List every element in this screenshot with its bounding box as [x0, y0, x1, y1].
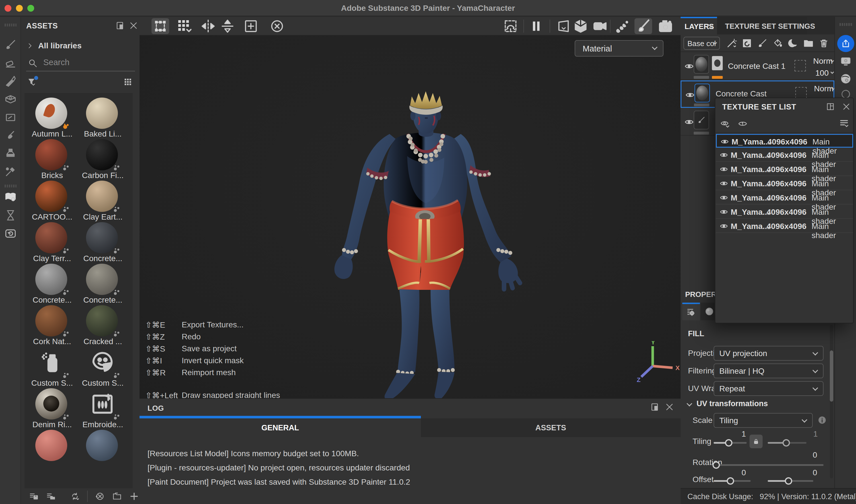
- solo-view-icon[interactable]: [738, 119, 748, 129]
- layer-mask-thumbnail[interactable]: [712, 56, 723, 70]
- visibility-options-icon[interactable]: [720, 119, 730, 129]
- material-sphere-thumbnail[interactable]: [35, 305, 67, 337]
- offset-x-value[interactable]: 0: [741, 468, 746, 477]
- asset-type-icon[interactable]: [89, 348, 116, 376]
- layer-effects-dropzone[interactable]: [794, 60, 806, 71]
- tiling-x-slider[interactable]: [714, 442, 747, 444]
- tab-texture-set-settings[interactable]: TEXTURE SET SETTINGS: [717, 17, 807, 34]
- close-panel-icon[interactable]: [665, 402, 674, 412]
- asset-item[interactable]: Clay Eart...: [78, 180, 128, 221]
- viewport-3d[interactable]: Material: [139, 17, 681, 398]
- polygon-fill-tool-icon[interactable]: [4, 93, 17, 106]
- tile-layout-button[interactable]: [175, 18, 193, 34]
- filter-funnel-icon[interactable]: [27, 77, 37, 87]
- projection-tool-icon[interactable]: [4, 75, 17, 87]
- maximize-window-button[interactable]: [27, 5, 34, 12]
- offset-y-value[interactable]: 0: [813, 468, 817, 477]
- resources-sync-icon[interactable]: [4, 227, 17, 240]
- all-libraries-row[interactable]: All libraries: [26, 41, 82, 51]
- add-frame-button[interactable]: [242, 18, 260, 34]
- grid-view-icon[interactable]: [123, 77, 133, 87]
- camera-view-button[interactable]: [591, 18, 609, 34]
- material-sphere-thumbnail[interactable]: [35, 222, 67, 253]
- view-3d-2d-button[interactable]: [572, 18, 589, 34]
- rotation-slider[interactable]: [714, 464, 824, 466]
- layer-thumbnail[interactable]: [694, 111, 709, 129]
- tiling-x-value[interactable]: 1: [741, 430, 746, 438]
- sync-assets-icon[interactable]: [70, 491, 80, 501]
- mirror-horizontal-button[interactable]: [199, 18, 217, 34]
- layer-opacity[interactable]: 100: [806, 69, 829, 78]
- history-hourglass-icon[interactable]: [4, 209, 17, 221]
- uv-wrap-dropdown[interactable]: Repeat: [714, 381, 824, 396]
- asset-item[interactable]: [27, 429, 78, 471]
- particles-button[interactable]: [613, 18, 631, 34]
- material-sphere-thumbnail[interactable]: [86, 181, 118, 212]
- add-asset-icon[interactable]: [129, 491, 139, 501]
- viewport-material-dropdown[interactable]: Material: [575, 40, 664, 57]
- visibility-eye-icon[interactable]: [685, 90, 695, 100]
- visibility-eye-icon[interactable]: [684, 61, 694, 71]
- lazy-mouse-off-button[interactable]: [268, 18, 286, 34]
- projection-dropdown[interactable]: UV projection: [714, 346, 824, 361]
- properties-tab[interactable]: [682, 303, 700, 320]
- tab-layers[interactable]: LAYERS: [681, 17, 717, 34]
- minimize-window-button[interactable]: [16, 5, 23, 12]
- material-sphere-thumbnail[interactable]: [86, 264, 118, 295]
- export-assets-list-icon[interactable]: [29, 491, 39, 501]
- close-panel-icon[interactable]: [842, 102, 851, 111]
- material-sphere-thumbnail[interactable]: [35, 97, 67, 129]
- hide-ui-button[interactable]: [502, 18, 519, 34]
- layer-thumbnail[interactable]: [694, 55, 709, 74]
- asset-item[interactable]: Cork Nat...: [27, 305, 78, 346]
- paint-brush-tool-icon[interactable]: [4, 38, 17, 51]
- scale-dropdown[interactable]: Tiling: [714, 413, 813, 428]
- offset-y-slider[interactable]: [768, 480, 813, 482]
- asset-item[interactable]: Bricks: [27, 139, 78, 180]
- display-settings-icon[interactable]: [840, 55, 852, 67]
- material-picker-tool-icon[interactable]: [4, 165, 17, 178]
- texture-set-row[interactable]: M_Yama... 4096x4096 Main shader: [716, 148, 853, 162]
- texture-set-row[interactable]: M_Yama... 4096x4096 Main shader: [716, 205, 853, 219]
- asset-item[interactable]: Custom S...: [27, 346, 78, 388]
- tiling-y-slider[interactable]: [768, 442, 806, 444]
- asset-item[interactable]: Concrete...: [27, 263, 78, 305]
- filtering-dropdown[interactable]: Bilinear | HQ: [714, 363, 824, 378]
- visibility-eye-icon[interactable]: [684, 117, 694, 127]
- asset-item[interactable]: Denim Ri...: [27, 388, 78, 429]
- stamp-tool-icon[interactable]: [4, 147, 17, 160]
- group-folder-icon[interactable]: [803, 38, 814, 49]
- float-panel-icon[interactable]: [115, 21, 125, 31]
- visibility-eye-icon[interactable]: [719, 179, 729, 188]
- rail-grip[interactable]: [4, 24, 17, 26]
- material-sphere-thumbnail[interactable]: [35, 264, 67, 295]
- layer-blend-mode[interactable]: Norm: [806, 57, 833, 66]
- eraser-tool-icon[interactable]: [4, 57, 17, 69]
- material-sphere-thumbnail[interactable]: [86, 222, 118, 253]
- asset-item[interactable]: Embroide...: [78, 388, 128, 429]
- pause-engine-button[interactable]: [527, 18, 545, 34]
- fill-layer-icon[interactable]: [772, 38, 783, 49]
- asset-item[interactable]: [78, 429, 128, 471]
- texture-set-row[interactable]: M_Yama... 4096x4096 Main shader: [716, 134, 853, 148]
- mirror-vertical-button[interactable]: [219, 18, 236, 34]
- asset-item[interactable]: Cracked ...: [78, 305, 128, 346]
- import-assets-list-icon[interactable]: [46, 491, 56, 501]
- revert-assets-icon[interactable]: [95, 491, 105, 501]
- close-window-button[interactable]: [4, 5, 12, 12]
- log-tab-assets[interactable]: ASSETS: [421, 418, 681, 437]
- layer-name[interactable]: Concrete Cast 1: [728, 62, 785, 71]
- visibility-eye-icon[interactable]: [719, 165, 729, 174]
- assets-library-icon[interactable]: [4, 191, 17, 203]
- axis-gizmo[interactable]: Y X Z: [635, 341, 681, 386]
- float-panel-icon[interactable]: [650, 402, 660, 412]
- stencil-mask-icon[interactable]: [741, 38, 752, 49]
- asset-item[interactable]: Custom S...: [78, 346, 128, 388]
- close-icon[interactable]: [707, 23, 715, 31]
- visibility-eye-icon[interactable]: [719, 221, 729, 231]
- smudge-tool-icon[interactable]: [4, 111, 17, 124]
- texture-set-row[interactable]: M_Yama... 4096x4096 Main shader: [716, 162, 853, 176]
- texture-set-row[interactable]: M_Yama... 4096x4096 Main shader: [716, 219, 853, 233]
- texture-set-row[interactable]: M_Yama... 4096x4096 Main shader: [716, 177, 853, 190]
- material-sphere-thumbnail[interactable]: [86, 430, 118, 461]
